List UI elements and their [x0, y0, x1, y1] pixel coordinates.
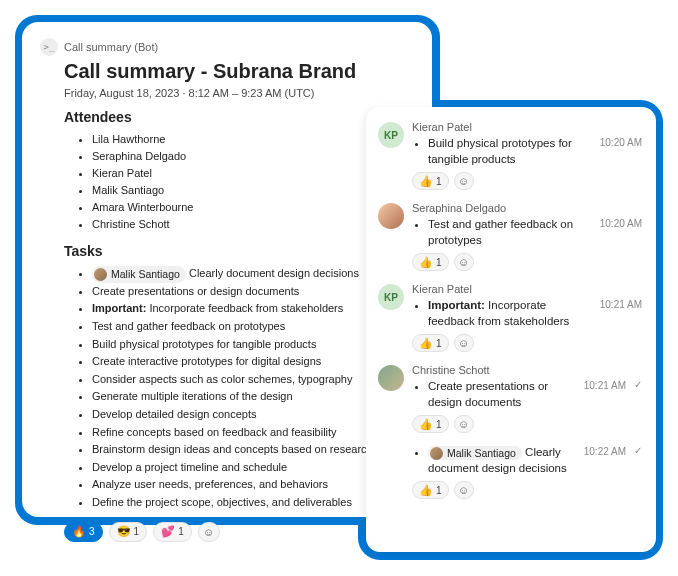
message-time: 10:21 AM: [600, 299, 642, 310]
reaction-count: 1: [436, 485, 442, 496]
mention-chip[interactable]: Malik Santiago: [428, 446, 522, 460]
reaction-thumb[interactable]: 👍1: [412, 481, 449, 499]
chat-message: KP Kieran Patel Important: Incorporate f…: [378, 283, 642, 352]
add-reaction-button[interactable]: ☺: [198, 522, 220, 542]
reaction-count: 1: [436, 338, 442, 349]
attendees-heading: Attendees: [64, 109, 414, 125]
reaction-count: 1: [436, 419, 442, 430]
call-timestamp: Friday, August 18, 2023 · 8:12 AM – 9:23…: [64, 87, 414, 99]
bot-icon: >_: [40, 38, 58, 56]
chat-message: Seraphina Delgado Test and gather feedba…: [378, 202, 642, 271]
mention-chip[interactable]: Malik Santiago: [92, 266, 186, 283]
message-sender: Kieran Patel: [412, 283, 642, 295]
add-reaction-button[interactable]: ☺: [454, 172, 474, 190]
bot-label: Call summary (Bot): [64, 41, 158, 53]
message-text: Build physical prototypes for tangible p…: [428, 136, 592, 167]
avatar: [94, 268, 107, 281]
message-sender: Christine Schott: [412, 364, 642, 376]
message-text: Create presentations or design documents: [428, 379, 576, 410]
reaction-thumb[interactable]: 👍1: [412, 253, 449, 271]
cool-icon: 😎: [117, 525, 131, 538]
thumb-icon: 👍: [419, 337, 433, 350]
thumb-icon: 👍: [419, 484, 433, 497]
reaction-count: 1: [178, 526, 184, 537]
add-reaction-button[interactable]: ☺: [454, 334, 474, 352]
reaction-thumb[interactable]: 👍1: [412, 415, 449, 433]
important-label: Important:: [92, 302, 146, 314]
fire-icon: 🔥: [72, 525, 86, 538]
reaction-count: 1: [436, 176, 442, 187]
thumb-icon: 👍: [419, 256, 433, 269]
reaction-count: 1: [134, 526, 140, 537]
message-text: Important: Incorporate feedback from sta…: [428, 298, 592, 329]
read-check-icon: ✓: [634, 445, 642, 456]
thumb-icon: 👍: [419, 418, 433, 431]
tasks-heading: Tasks: [64, 243, 414, 259]
chat-message: KP Kieran Patel Build physical prototype…: [378, 121, 642, 190]
task-text: Incorporate feedback from stakeholders: [146, 302, 343, 314]
chat-message: Christine Schott Create presentations or…: [378, 364, 642, 433]
task-text: Clearly document design decisions: [186, 267, 359, 279]
reaction-thumb[interactable]: 👍1: [412, 334, 449, 352]
thumb-icon: 👍: [419, 175, 433, 188]
message-text: Test and gather feedback on prototypes: [428, 217, 592, 248]
chat-message: Malik Santiago Clearly document design d…: [378, 445, 642, 499]
page-title: Call summary - Subrana Brand: [64, 60, 414, 83]
avatar[interactable]: [378, 203, 404, 229]
avatar: [430, 447, 443, 460]
message-sender: Kieran Patel: [412, 121, 642, 133]
add-reaction-button[interactable]: ☺: [454, 415, 474, 433]
message-sender: Seraphina Delgado: [412, 202, 642, 214]
message-time: 10:20 AM: [600, 137, 642, 148]
add-reaction-button[interactable]: ☺: [454, 253, 474, 271]
avatar[interactable]: KP: [378, 122, 404, 148]
reaction-hearts[interactable]: 💕1: [153, 522, 192, 542]
important-label: Important:: [428, 299, 485, 311]
reaction-count: 1: [436, 257, 442, 268]
avatar[interactable]: KP: [378, 284, 404, 310]
reaction-cool[interactable]: 😎1: [109, 522, 148, 542]
reaction-count: 3: [89, 526, 95, 537]
message-time: 10:21 AM: [584, 380, 626, 391]
read-check-icon: ✓: [634, 379, 642, 390]
message-time: 10:20 AM: [600, 218, 642, 229]
message-text: Malik Santiago Clearly document design d…: [428, 445, 576, 476]
add-reaction-button[interactable]: ☺: [454, 481, 474, 499]
reaction-fire[interactable]: 🔥3: [64, 522, 103, 542]
avatar[interactable]: [378, 365, 404, 391]
hearts-icon: 💕: [161, 525, 175, 538]
mention-name: Malik Santiago: [447, 446, 516, 460]
chat-card: KP Kieran Patel Build physical prototype…: [366, 107, 656, 552]
mention-name: Malik Santiago: [111, 266, 180, 283]
reactions-bar: 🔥3 😎1 💕1 ☺: [64, 522, 414, 542]
reaction-thumb[interactable]: 👍1: [412, 172, 449, 190]
message-time: 10:22 AM: [584, 446, 626, 457]
bot-header: >_ Call summary (Bot): [40, 38, 414, 56]
